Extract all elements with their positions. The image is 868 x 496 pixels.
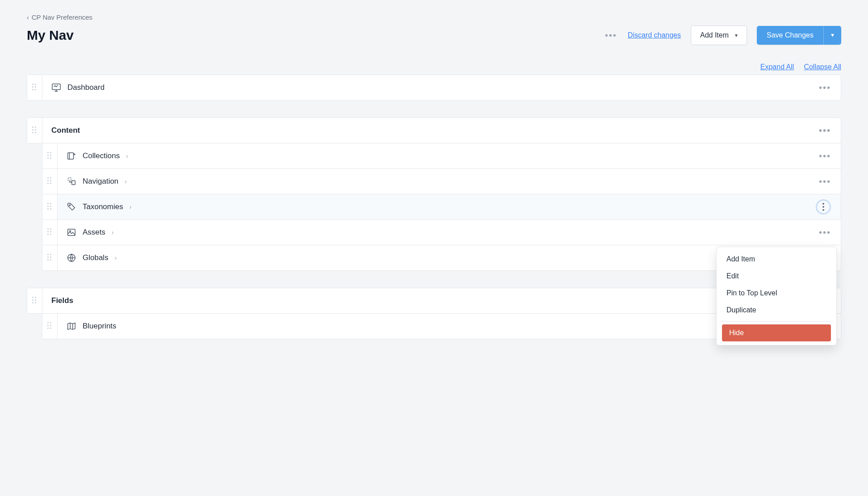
chevron-left-icon: ‹ bbox=[27, 14, 29, 21]
drag-handle[interactable] bbox=[42, 314, 58, 339]
header-actions: ••• Discard changes Add Item ▾ Save Chan… bbox=[604, 25, 841, 45]
nav-item-collections[interactable]: Collections › ••• bbox=[42, 143, 841, 169]
nav-item-label: Collections bbox=[83, 151, 120, 160]
header-more-button[interactable]: ••• bbox=[604, 30, 618, 41]
collections-icon bbox=[67, 151, 76, 161]
menu-edit[interactable]: Edit bbox=[719, 268, 834, 285]
nav-item-assets[interactable]: Assets › ••• bbox=[42, 220, 841, 245]
svg-rect-2 bbox=[68, 178, 71, 181]
drag-handle[interactable] bbox=[42, 245, 58, 270]
more-vertical-icon bbox=[822, 203, 824, 211]
row-more-button[interactable]: ••• bbox=[819, 126, 831, 136]
svg-rect-5 bbox=[68, 229, 75, 236]
globe-icon bbox=[67, 253, 76, 263]
svg-point-4 bbox=[69, 205, 71, 206]
add-item-label: Add Item bbox=[700, 31, 729, 39]
drag-handle[interactable] bbox=[27, 75, 42, 100]
nav-item-label: Assets bbox=[83, 228, 105, 237]
nav-item-label: Navigation bbox=[83, 177, 118, 186]
nav-item-label: Blueprints bbox=[83, 322, 117, 331]
nav-item-taxonomies[interactable]: Taxonomies › bbox=[42, 194, 841, 220]
page-title: My Nav bbox=[27, 28, 74, 43]
nav-item-navigation[interactable]: Navigation › ••• bbox=[42, 169, 841, 194]
menu-pin-top[interactable]: Pin to Top Level bbox=[719, 285, 834, 302]
nav-item-label: Globals bbox=[83, 253, 108, 262]
breadcrumb[interactable]: ‹ CP Nav Preferences bbox=[27, 13, 92, 21]
row-more-button[interactable] bbox=[816, 199, 831, 214]
chevron-right-icon: › bbox=[112, 229, 114, 236]
section-title: Fields bbox=[51, 296, 73, 305]
section-content[interactable]: Content ••• bbox=[27, 118, 841, 143]
row-more-button[interactable]: ••• bbox=[819, 83, 831, 93]
save-button-group: Save Changes ▾ bbox=[757, 26, 841, 45]
collapse-all-link[interactable]: Collapse All bbox=[804, 63, 841, 71]
drag-handle[interactable] bbox=[42, 143, 58, 168]
expand-all-link[interactable]: Expand All bbox=[760, 63, 794, 71]
menu-duplicate[interactable]: Duplicate bbox=[719, 302, 834, 319]
drag-handle[interactable] bbox=[42, 169, 58, 194]
svg-rect-3 bbox=[72, 181, 75, 185]
drag-handle[interactable] bbox=[27, 118, 42, 143]
chart-monitor-icon bbox=[51, 83, 61, 92]
navigation-icon bbox=[67, 177, 76, 186]
nav-item-dashboard[interactable]: Dashboard ••• bbox=[27, 75, 841, 101]
chevron-right-icon: › bbox=[126, 152, 128, 160]
row-more-button[interactable]: ••• bbox=[819, 151, 831, 161]
breadcrumb-label: CP Nav Preferences bbox=[32, 13, 92, 21]
drag-handle[interactable] bbox=[42, 194, 58, 219]
save-dropdown-button[interactable]: ▾ bbox=[823, 26, 841, 45]
save-button[interactable]: Save Changes bbox=[757, 26, 823, 45]
section-title: Content bbox=[51, 126, 80, 135]
image-icon bbox=[67, 227, 76, 237]
drag-handle[interactable] bbox=[27, 288, 42, 313]
chevron-right-icon: › bbox=[125, 178, 127, 185]
row-more-button[interactable]: ••• bbox=[819, 227, 831, 238]
tag-icon bbox=[67, 202, 76, 212]
chevron-right-icon: › bbox=[115, 254, 117, 261]
map-icon bbox=[67, 321, 76, 331]
discard-changes-link[interactable]: Discard changes bbox=[628, 31, 681, 39]
svg-rect-1 bbox=[68, 153, 74, 160]
page-header: My Nav ••• Discard changes Add Item ▾ Sa… bbox=[27, 25, 841, 45]
svg-point-6 bbox=[70, 231, 71, 232]
menu-hide[interactable]: Hide bbox=[722, 324, 831, 341]
add-item-button[interactable]: Add Item ▾ bbox=[691, 25, 747, 45]
menu-add-item[interactable]: Add Item bbox=[719, 251, 834, 268]
menu-separator bbox=[719, 321, 834, 322]
chevron-down-icon: ▾ bbox=[831, 31, 834, 38]
nav-item-label: Dashboard bbox=[67, 83, 104, 92]
chevron-right-icon: › bbox=[129, 203, 132, 210]
nav-item-label: Taxonomies bbox=[83, 202, 123, 211]
drag-handle[interactable] bbox=[42, 220, 58, 245]
context-menu: Add Item Edit Pin to Top Level Duplicate… bbox=[716, 247, 837, 345]
expand-collapse-toolbar: Expand All Collapse All bbox=[27, 63, 841, 71]
row-more-button[interactable]: ••• bbox=[819, 177, 831, 187]
chevron-down-icon: ▾ bbox=[735, 32, 738, 38]
